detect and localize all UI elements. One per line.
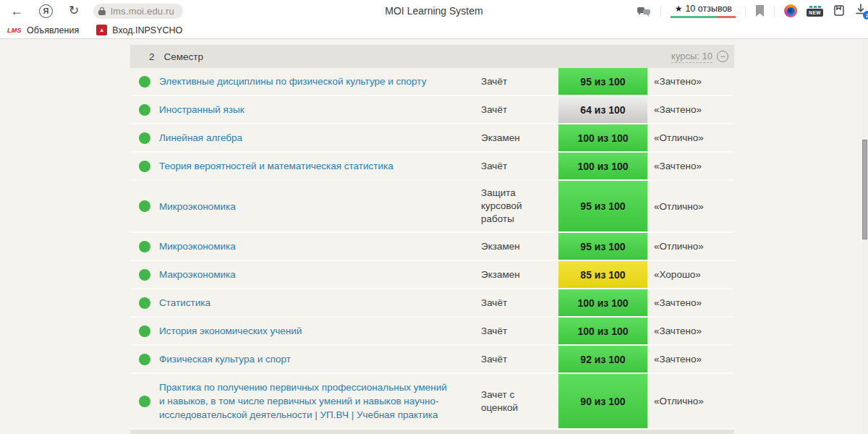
lms-favicon: LMS xyxy=(7,27,22,34)
grade-label: «Отлично» xyxy=(647,201,734,212)
grade-label: «Зачтено» xyxy=(647,104,734,115)
course-row: Физическая культура и спортЗачёт92 из 10… xyxy=(130,346,734,374)
score-badge: 85 из 100 xyxy=(558,261,647,288)
grade-label: «Отлично» xyxy=(647,396,734,407)
score-badge: 100 из 100 xyxy=(558,318,647,344)
browser-extension-icon[interactable] xyxy=(784,4,797,17)
course-link[interactable]: Макроэкономика xyxy=(159,261,481,288)
assessment-type: Зачёт xyxy=(481,98,558,122)
assessment-type: Зачёт xyxy=(481,69,558,94)
score-badge: 100 из 100 xyxy=(558,124,647,151)
download-count-badge: 2 xyxy=(863,11,868,20)
assessment-type: Зачет с оценкой xyxy=(481,383,558,420)
browser-toolbar: ← Я ↻ lms.moi.edu.ru MOI Learning System… xyxy=(0,0,868,22)
status-dot-icon xyxy=(139,396,150,407)
score-badge: 90 из 100 xyxy=(558,374,647,428)
semester-3-header: 3 Семестр курсы: 10 + xyxy=(130,430,734,434)
grade-label: «Хорошо» xyxy=(647,269,734,280)
page-title: MOI Learning System xyxy=(385,0,482,22)
semester-title: Семестр xyxy=(164,51,204,62)
course-row: История экономических ученийЗачёт100 из … xyxy=(130,318,734,346)
collapse-icon[interactable]: − xyxy=(717,51,728,62)
scrollbar-track[interactable] xyxy=(861,40,868,434)
grades-table: 2 Семестр курсы: 10 − Элективные дисципл… xyxy=(130,45,734,434)
course-row: Практика по получению первичных професси… xyxy=(130,374,734,430)
status-dot-icon xyxy=(139,104,150,116)
course-row: Иностранный языкЗачёт64 из 100«Зачтено» xyxy=(130,96,734,124)
downloads-button[interactable]: 2 xyxy=(855,4,868,18)
assessment-type: Зачёт xyxy=(481,291,558,315)
bookmark-icon[interactable] xyxy=(755,5,765,17)
score-badge: 95 из 100 xyxy=(558,181,647,231)
status-dot-icon xyxy=(139,241,150,252)
new-extension-icon[interactable]: NEW xyxy=(807,6,823,17)
semester-number: 2 xyxy=(149,51,155,62)
course-link[interactable]: История экономических учений xyxy=(159,318,481,344)
score-badge: 100 из 100 xyxy=(558,289,647,316)
grade-label: «Зачтено» xyxy=(647,326,734,336)
assessment-type: Экзамен xyxy=(481,126,558,150)
assessment-type: Защита курсовой работы xyxy=(481,181,558,231)
reviews-bar-positive xyxy=(671,16,718,18)
status-dot-icon xyxy=(139,297,150,309)
back-button[interactable]: ← xyxy=(6,0,27,22)
grade-label: «Зачтено» xyxy=(647,354,734,365)
yandex-logo-icon[interactable]: Я xyxy=(39,4,53,18)
bookmarks-bar: LMS Объявления ▲ Вход.INPSYCHO xyxy=(0,22,868,39)
course-link[interactable]: Иностранный язык xyxy=(159,96,481,123)
score-badge: 92 из 100 xyxy=(558,346,647,373)
refresh-button[interactable]: ↻ xyxy=(63,0,85,22)
course-link[interactable]: Микроэкономика xyxy=(159,193,481,220)
bookmark-label: Объявления xyxy=(27,25,79,35)
course-link[interactable]: Физическая культура и спорт xyxy=(159,346,481,373)
status-dot-icon xyxy=(139,132,150,144)
reviews-bar-negative xyxy=(718,16,736,18)
page-content: 2 Семестр курсы: 10 − Элективные дисципл… xyxy=(0,40,868,434)
course-row: МикроэкономикаЗащита курсовой работы95 и… xyxy=(130,181,734,233)
course-row: Элективные дисциплины по физической куль… xyxy=(130,68,734,96)
lock-icon xyxy=(98,7,106,15)
grade-label: «Зачтено» xyxy=(647,76,734,87)
scrollbar-thumb[interactable] xyxy=(862,140,867,239)
chat-icon[interactable] xyxy=(637,6,651,17)
status-dot-icon xyxy=(139,326,150,337)
inpsycho-favicon: ▲ xyxy=(96,25,107,35)
semester-2-header: 2 Семестр курсы: 10 − xyxy=(130,45,734,68)
reviews-rating[interactable]: ★ 10 отзывов xyxy=(671,4,736,18)
score-badge: 95 из 100 xyxy=(558,233,647,260)
courses-count-link[interactable]: курсы: 10 xyxy=(671,51,712,63)
course-row: Линейная алгебраЭкзамен100 из 100«Отличн… xyxy=(130,124,734,153)
reviews-count-label: 10 отзывов xyxy=(685,4,732,14)
score-badge: 64 из 100 xyxy=(558,96,647,123)
bookmark-item-inpsycho[interactable]: ▲ Вход.INPSYCHO xyxy=(96,25,182,35)
status-dot-icon xyxy=(139,76,150,88)
status-dot-icon xyxy=(139,354,150,365)
grade-label: «Зачтено» xyxy=(647,297,734,308)
bookmark-label: Вход.INPSYCHO xyxy=(112,25,182,35)
grade-label: «Отлично» xyxy=(647,241,734,252)
score-badge: 95 из 100 xyxy=(558,68,647,95)
status-dot-icon xyxy=(139,269,150,281)
assessment-type: Экзамен xyxy=(481,263,558,287)
course-link[interactable]: Статистика xyxy=(159,289,481,316)
course-row: МикроэкономикаЭкзамен95 из 100«Отлично» xyxy=(130,233,734,261)
reviews-bar xyxy=(671,16,736,18)
score-badge: 100 из 100 xyxy=(558,153,647,179)
address-bar[interactable]: lms.moi.edu.ru xyxy=(93,4,183,19)
course-link[interactable]: Линейная алгебра xyxy=(159,124,481,151)
status-dot-icon xyxy=(139,161,150,172)
assessment-type: Зачёт xyxy=(481,347,558,372)
course-link[interactable]: Практика по получению первичных професси… xyxy=(159,374,481,428)
collections-icon[interactable] xyxy=(833,5,846,17)
course-row: Теория вероятностей и математическая ста… xyxy=(130,153,734,181)
url-text: lms.moi.edu.ru xyxy=(111,6,174,17)
assessment-type: Зачёт xyxy=(481,319,558,344)
course-link[interactable]: Микроэкономика xyxy=(159,233,481,260)
assessment-type: Зачёт xyxy=(481,154,558,179)
bookmark-item-announcements[interactable]: LMS Объявления xyxy=(7,25,79,35)
status-dot-icon xyxy=(139,200,150,212)
course-link[interactable]: Теория вероятностей и математическая ста… xyxy=(159,153,481,179)
course-link[interactable]: Элективные дисциплины по физической куль… xyxy=(159,68,481,95)
course-row: СтатистикаЗачёт100 из 100«Зачтено» xyxy=(130,289,734,318)
course-row: МакроэкономикаЭкзамен85 из 100«Хорошо» xyxy=(130,261,734,289)
